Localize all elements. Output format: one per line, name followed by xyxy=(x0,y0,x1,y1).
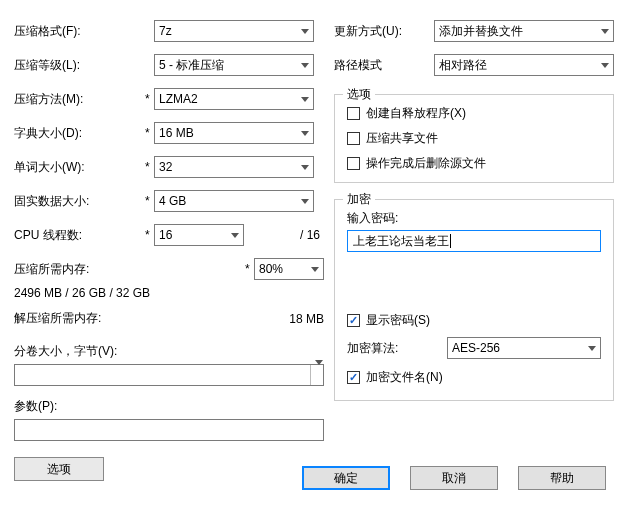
chevron-down-icon xyxy=(315,360,323,379)
encryption-legend: 加密 xyxy=(343,191,375,208)
help-button[interactable]: 帮助 xyxy=(518,466,606,490)
chevron-down-icon xyxy=(601,29,609,34)
volume-combo[interactable] xyxy=(14,364,324,386)
solid-select[interactable]: 4 GB xyxy=(154,190,314,212)
format-select[interactable]: 7z xyxy=(154,20,314,42)
algo-value: AES-256 xyxy=(452,341,500,355)
chevron-down-icon xyxy=(231,233,239,238)
method-select[interactable]: LZMA2 xyxy=(154,88,314,110)
word-value: 32 xyxy=(159,160,172,174)
format-label: 压缩格式(F): xyxy=(14,23,154,40)
chevron-down-icon xyxy=(301,131,309,136)
caret-icon xyxy=(450,234,451,248)
chevron-down-icon xyxy=(301,165,309,170)
volume-label: 分卷大小，字节(V): xyxy=(14,343,324,360)
mem-comp-label: 压缩所需内存: xyxy=(14,261,89,278)
chevron-down-icon xyxy=(301,29,309,34)
cancel-button[interactable]: 取消 xyxy=(410,466,498,490)
level-label: 压缩等级(L): xyxy=(14,57,154,74)
algo-label: 加密算法: xyxy=(347,340,447,357)
solid-value: 4 GB xyxy=(159,194,186,208)
dict-value: 16 MB xyxy=(159,126,194,140)
chevron-down-icon xyxy=(588,346,596,351)
dict-label: 字典大小(D): xyxy=(14,125,154,142)
share-checkbox[interactable] xyxy=(347,132,360,145)
mem-pct-value: 80% xyxy=(259,262,283,276)
show-password-checkbox[interactable] xyxy=(347,314,360,327)
format-value: 7z xyxy=(159,24,172,38)
sfx-checkbox[interactable] xyxy=(347,107,360,120)
method-value: LZMA2 xyxy=(159,92,198,106)
dict-select[interactable]: 16 MB xyxy=(154,122,314,144)
solid-label: 固实数据大小: xyxy=(14,193,154,210)
share-label: 压缩共享文件 xyxy=(366,130,438,147)
cpu-label: CPU 线程数: xyxy=(14,227,154,244)
path-label: 路径模式 xyxy=(334,57,434,74)
update-select[interactable]: 添加并替换文件 xyxy=(434,20,614,42)
mem-comp-detail: 2496 MB / 26 GB / 32 GB xyxy=(14,286,324,300)
delete-checkbox[interactable] xyxy=(347,157,360,170)
word-label: 单词大小(W): xyxy=(14,159,154,176)
param-label: 参数(P): xyxy=(14,398,324,415)
chevron-down-icon xyxy=(301,63,309,68)
encryption-fieldset: 加密 输入密码: 上老王论坛当老王 显示密码(S) 加密算法: AES-256 … xyxy=(334,199,614,401)
algo-select[interactable]: AES-256 xyxy=(447,337,601,359)
password-label: 输入密码: xyxy=(347,210,601,227)
chevron-down-icon xyxy=(301,97,309,102)
options-button[interactable]: 选项 xyxy=(14,457,104,481)
cpu-total: / 16 xyxy=(300,228,324,242)
password-value: 上老王论坛当老王 xyxy=(353,233,449,250)
show-password-label: 显示密码(S) xyxy=(366,312,430,329)
options-fieldset: 选项 创建自释放程序(X) 压缩共享文件 操作完成后删除源文件 xyxy=(334,94,614,183)
level-select[interactable]: 5 - 标准压缩 xyxy=(154,54,314,76)
chevron-down-icon xyxy=(311,267,319,272)
level-value: 5 - 标准压缩 xyxy=(159,57,224,74)
delete-label: 操作完成后删除源文件 xyxy=(366,155,486,172)
path-select[interactable]: 相对路径 xyxy=(434,54,614,76)
ok-button[interactable]: 确定 xyxy=(302,466,390,490)
mem-decomp-label: 解压缩所需内存: xyxy=(14,310,101,327)
password-input[interactable]: 上老王论坛当老王 xyxy=(347,230,601,252)
chevron-down-icon xyxy=(601,63,609,68)
update-value: 添加并替换文件 xyxy=(439,23,523,40)
method-label: 压缩方法(M): xyxy=(14,91,154,108)
cpu-select[interactable]: 16 xyxy=(154,224,244,246)
word-select[interactable]: 32 xyxy=(154,156,314,178)
chevron-down-icon xyxy=(301,199,309,204)
cpu-value: 16 xyxy=(159,228,172,242)
encrypt-names-label: 加密文件名(N) xyxy=(366,369,443,386)
mem-pct-select[interactable]: 80% xyxy=(254,258,324,280)
update-label: 更新方式(U): xyxy=(334,23,434,40)
path-value: 相对路径 xyxy=(439,57,487,74)
encrypt-names-checkbox[interactable] xyxy=(347,371,360,384)
sfx-label: 创建自释放程序(X) xyxy=(366,105,466,122)
param-input[interactable] xyxy=(14,419,324,441)
options-legend: 选项 xyxy=(343,86,375,103)
mem-decomp-value: 18 MB xyxy=(289,312,324,326)
